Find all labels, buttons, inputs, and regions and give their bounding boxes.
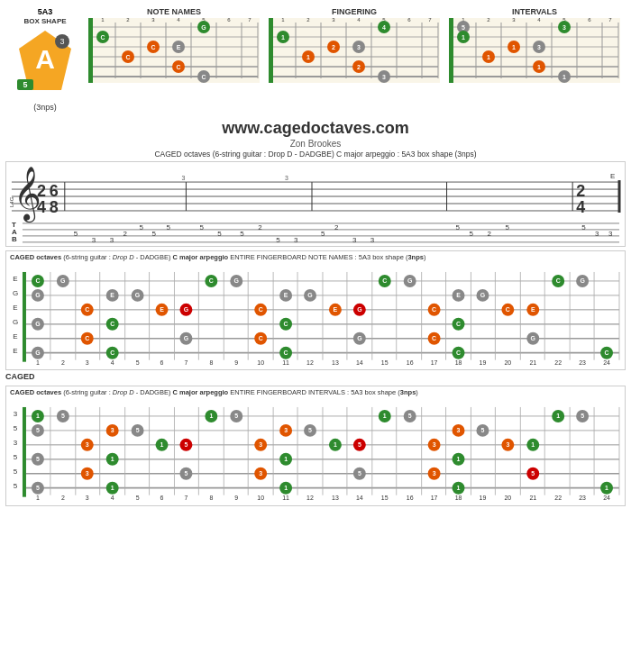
svg-text:5: 5 xyxy=(581,223,586,232)
svg-text:3: 3 xyxy=(352,236,357,244)
fingering-panel: FINGERING 1 2 3 4 xyxy=(267,7,442,83)
svg-text:5: 5 xyxy=(140,223,144,232)
svg-text:4: 4 xyxy=(382,24,386,31)
svg-text:7: 7 xyxy=(184,359,187,365)
svg-text:1: 1 xyxy=(36,495,40,501)
svg-text:C: C xyxy=(209,277,214,284)
caged-label: CAGED xyxy=(5,372,35,381)
svg-text:5: 5 xyxy=(14,482,18,490)
svg-text:12: 12 xyxy=(306,495,314,501)
svg-text:13: 13 xyxy=(332,495,339,501)
svg-rect-7 xyxy=(88,18,93,83)
svg-text:3: 3 xyxy=(110,236,114,244)
svg-text:2: 2 xyxy=(61,359,65,365)
svg-text:1: 1 xyxy=(512,44,516,50)
svg-text:C: C xyxy=(201,74,206,80)
author-name: Zon Brookes xyxy=(0,139,631,149)
svg-text:5: 5 xyxy=(23,80,27,89)
svg-text:18: 18 xyxy=(455,359,462,365)
svg-text:C: C xyxy=(432,306,436,313)
svg-text:G: G xyxy=(135,292,140,298)
svg-text:C: C xyxy=(110,321,114,327)
svg-text:2: 2 xyxy=(334,223,339,232)
svg-text:18: 18 xyxy=(455,495,462,501)
svg-text:5: 5 xyxy=(276,236,280,244)
svg-text:E: E xyxy=(13,332,17,341)
svg-text:2: 2 xyxy=(61,495,65,501)
svg-rect-177 xyxy=(23,272,26,362)
svg-text:5: 5 xyxy=(36,428,40,434)
svg-text:1: 1 xyxy=(562,74,566,80)
svg-text:14: 14 xyxy=(356,495,363,501)
svg-text:5: 5 xyxy=(166,223,170,232)
svg-text:E: E xyxy=(160,306,164,313)
svg-text:2: 2 xyxy=(123,230,128,238)
svg-text:1: 1 xyxy=(284,457,288,463)
svg-text:8: 8 xyxy=(209,359,213,365)
svg-text:C: C xyxy=(100,34,105,41)
svg-text:16: 16 xyxy=(407,495,414,501)
svg-text:5: 5 xyxy=(321,230,325,238)
svg-text:22: 22 xyxy=(554,495,562,501)
fingering-title: FINGERING xyxy=(332,7,377,16)
svg-text:3: 3 xyxy=(506,442,509,449)
diagrams-row: NOTE NAMES xyxy=(87,7,622,83)
svg-text:3: 3 xyxy=(357,44,361,50)
note-names-panel: NOTE NAMES xyxy=(87,7,261,83)
svg-text:3: 3 xyxy=(14,439,18,447)
svg-text:6: 6 xyxy=(160,495,164,501)
svg-text:24: 24 xyxy=(603,495,610,501)
svg-text:E: E xyxy=(610,172,615,180)
svg-text:G: G xyxy=(35,321,40,327)
svg-text:5: 5 xyxy=(199,223,204,232)
svg-text:5: 5 xyxy=(74,230,78,238)
svg-text:G: G xyxy=(357,306,361,313)
svg-text:21: 21 xyxy=(529,359,536,365)
svg-text:G: G xyxy=(13,289,18,297)
svg-text:5: 5 xyxy=(217,230,222,238)
svg-text:C: C xyxy=(85,335,89,341)
svg-text:17: 17 xyxy=(431,359,438,365)
svg-text:5: 5 xyxy=(240,230,244,238)
svg-text:3: 3 xyxy=(537,44,541,50)
svg-text:4: 4 xyxy=(37,198,46,216)
top-section: 5A3 BOX SHAPE A 3 5 (3nps) NOTE NAMES xyxy=(0,0,631,115)
svg-text:3: 3 xyxy=(259,442,262,449)
svg-text:E: E xyxy=(13,275,17,283)
svg-text:2: 2 xyxy=(332,44,335,50)
svg-text:1: 1 xyxy=(284,486,288,492)
svg-text:3: 3 xyxy=(285,175,288,181)
svg-text:G: G xyxy=(201,24,206,31)
svg-text:4: 4 xyxy=(111,359,114,365)
svg-text:10: 10 xyxy=(257,359,264,365)
svg-text:5: 5 xyxy=(408,413,412,420)
shape-type: BOX SHAPE xyxy=(23,17,66,25)
shape-code: 5A3 xyxy=(38,7,53,17)
svg-text:3: 3 xyxy=(608,230,613,238)
svg-text:G: G xyxy=(580,277,584,284)
svg-text:E: E xyxy=(456,292,461,298)
svg-text:C: C xyxy=(456,350,461,356)
svg-text:C: C xyxy=(382,277,387,284)
svg-text:23: 23 xyxy=(579,495,586,501)
intervals-panel: INTERVALS 1 2 3 4 xyxy=(447,7,622,83)
svg-text:5: 5 xyxy=(234,413,238,420)
svg-text:G: G xyxy=(480,292,485,298)
svg-text:3: 3 xyxy=(86,442,89,449)
svg-text:9: 9 xyxy=(234,359,238,365)
svg-text:3: 3 xyxy=(562,24,566,31)
fingering-svg: 1 2 3 4 5 6 7 4 1 2 3 1 2 xyxy=(267,18,442,83)
svg-text:1: 1 xyxy=(281,34,285,41)
svg-text:3: 3 xyxy=(86,471,89,477)
svg-rect-79 xyxy=(449,18,453,83)
fingerboard-intervals: CAGED octaves (6-string guitar : Drop D … xyxy=(5,386,626,506)
svg-text:21: 21 xyxy=(529,495,536,501)
svg-text:1: 1 xyxy=(531,442,535,449)
svg-rect-317 xyxy=(23,407,26,497)
svg-text:1: 1 xyxy=(36,359,40,365)
note-names-svg: 1 2 3 4 5 6 7 G C C E xyxy=(87,18,261,83)
svg-text:E: E xyxy=(13,304,17,312)
svg-text:C: C xyxy=(432,335,436,341)
website-url: www.cagedoctaves.com xyxy=(0,115,631,139)
svg-text:3: 3 xyxy=(59,37,64,46)
